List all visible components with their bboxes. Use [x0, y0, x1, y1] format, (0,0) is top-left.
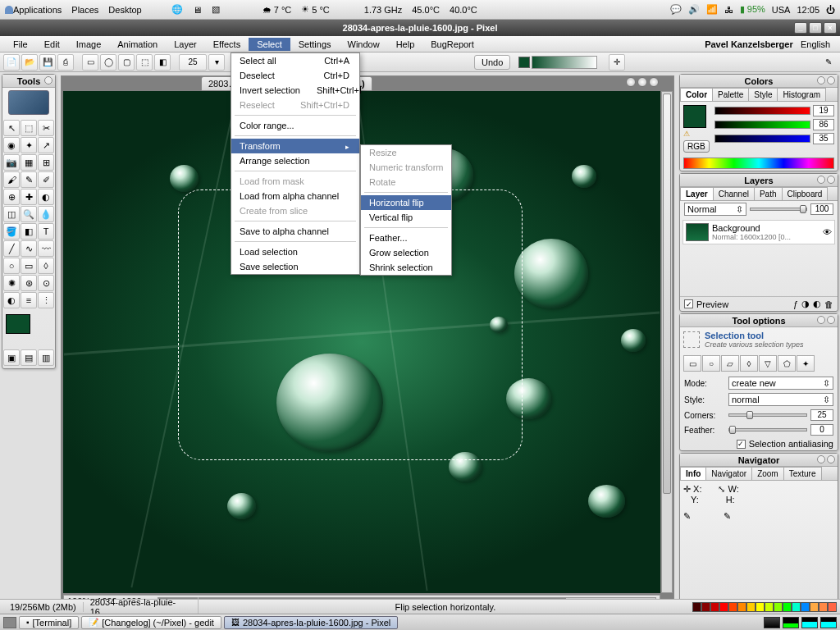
menu-image[interactable]: Image [68, 38, 110, 51]
shape-icon[interactable]: ▭ [82, 54, 98, 71]
menu-item[interactable]: Arrange selection [231, 153, 359, 168]
g-slider[interactable] [714, 121, 810, 129]
tool-icon[interactable]: ◊ [38, 258, 54, 274]
vertical-scrollbar[interactable] [661, 91, 673, 593]
tool-icon[interactable]: ⊞ [38, 154, 54, 171]
sel-mode-icon[interactable]: ◊ [740, 355, 758, 372]
menu-edit[interactable]: Edit [36, 38, 68, 51]
zoom-tool-icon[interactable]: 🔍 [21, 206, 37, 222]
layer-action-icon[interactable]: ◑ [801, 299, 810, 309]
r-value[interactable]: 19 [813, 105, 834, 116]
tray-icon[interactable]: 🖥 [193, 5, 202, 15]
curve-tool-icon[interactable]: ∿ [21, 240, 37, 257]
r-slider[interactable] [714, 107, 810, 115]
layer-action-icon[interactable]: ƒ [793, 299, 798, 309]
menu-item[interactable]: Transform [231, 139, 359, 153]
tab-palette[interactable]: Palette [712, 88, 749, 101]
clone-tool-icon[interactable]: ⊕ [3, 189, 20, 205]
tray-graph-icon[interactable] [820, 617, 837, 628]
spectrum-bar[interactable] [683, 158, 834, 169]
antialiasing-checkbox[interactable]: ✓ [737, 440, 746, 449]
menu-settings[interactable]: Settings [290, 38, 340, 51]
size-input[interactable] [179, 54, 207, 71]
text-tool-icon[interactable]: T [38, 223, 54, 240]
tray-icon[interactable]: ▧ [212, 4, 220, 15]
tool-icon[interactable]: 📷 [3, 154, 20, 171]
panel-dot-icon[interactable] [44, 76, 52, 84]
places-menu[interactable]: Places [71, 5, 98, 15]
panel-dot-icon[interactable] [827, 76, 835, 84]
logout-icon[interactable]: ⏻ [826, 5, 835, 15]
panel-dot-icon[interactable] [817, 316, 825, 324]
sel-mode-icon[interactable]: ▽ [759, 355, 777, 372]
tray-icon[interactable]: 🌐 [171, 4, 183, 15]
desktop-menu[interactable]: Desktop [108, 5, 141, 15]
menu-item[interactable]: Feather... [361, 231, 451, 245]
applications-menu[interactable]: Applications [13, 5, 62, 15]
tab-zoom[interactable]: Zoom [751, 467, 784, 480]
tool-icon[interactable]: ⊛ [21, 275, 37, 291]
g-value[interactable]: 86 [813, 119, 834, 130]
select-tool-icon[interactable]: ⬚ [21, 120, 37, 136]
color-swatch[interactable] [683, 105, 706, 128]
tab-path[interactable]: Path [754, 187, 783, 200]
menu-item[interactable]: DeselectCtrl+D [231, 68, 359, 83]
color-chip[interactable] [518, 57, 530, 68]
signal-icon[interactable]: 📶 [706, 4, 718, 15]
new-icon[interactable]: 📄 [3, 54, 20, 71]
picker-tool-icon[interactable]: ↗ [38, 137, 54, 153]
tool-icon[interactable]: ◐ [38, 189, 54, 205]
foreground-swatch[interactable] [6, 314, 30, 334]
task-pixel[interactable]: 🖼 28034-apres-la-pluie-1600.jpg - Pixel [224, 616, 398, 629]
keyboard-layout[interactable]: USA [772, 5, 791, 15]
minimize-button[interactable]: _ [794, 22, 807, 34]
menu-select[interactable]: Select [249, 38, 290, 51]
tool-icon[interactable]: ◐ [3, 292, 20, 308]
dropdown-icon[interactable]: ▾ [208, 54, 225, 71]
shape-icon[interactable]: ◯ [100, 54, 116, 71]
sel-mode-icon[interactable]: ▭ [683, 355, 701, 372]
menu-item[interactable]: Horizontal flip [361, 195, 451, 210]
maximize-button[interactable]: □ [809, 22, 822, 34]
panel-dot-icon[interactable] [827, 455, 835, 463]
shape-icon[interactable]: ⬚ [136, 54, 153, 71]
gnome-foot-icon[interactable] [5, 6, 13, 14]
shape-icon[interactable]: ▢ [118, 54, 135, 71]
sel-mode-icon[interactable]: ○ [702, 355, 720, 372]
task-gedit[interactable]: 📝 [Changelog] (~/Pixel) - gedit [81, 616, 221, 629]
menu-item[interactable]: Save selection [231, 259, 359, 274]
tab-style[interactable]: Style [748, 88, 778, 101]
corners-value[interactable]: 25 [810, 409, 833, 421]
crop-tool-icon[interactable]: ✂ [38, 120, 54, 136]
menu-help[interactable]: Help [388, 38, 423, 51]
crosshair-icon[interactable]: ✛ [609, 54, 625, 71]
visibility-icon[interactable]: 👁 [823, 227, 832, 237]
tray-graph-icon[interactable] [801, 617, 818, 628]
menu-file[interactable]: File [5, 38, 36, 51]
undo-button[interactable]: Undo [474, 55, 510, 70]
panel-dot-icon[interactable] [827, 176, 835, 184]
rect-tool-icon[interactable]: ▭ [21, 258, 37, 274]
doc-close-icon[interactable] [649, 77, 659, 87]
lasso-tool-icon[interactable]: ◉ [3, 137, 20, 153]
bucket-tool-icon[interactable]: 🪣 [3, 223, 20, 240]
menu-item[interactable]: Save to alpha channel [231, 224, 359, 239]
menu-layer[interactable]: Layer [166, 38, 205, 51]
tray-graph-icon[interactable] [783, 617, 799, 628]
menu-item[interactable]: Shrink selection [361, 260, 451, 275]
network-icon[interactable]: 🖧 [724, 5, 733, 15]
tab-clipboard[interactable]: Clipboard [782, 187, 829, 200]
opacity-value[interactable]: 100 [810, 203, 833, 215]
wand-icon[interactable]: ✎ [820, 54, 837, 71]
menu-item[interactable]: Invert selectionShift+Ctrl+I [231, 83, 359, 98]
layer-action-icon[interactable]: ◐ [813, 299, 821, 309]
feather-value[interactable]: 0 [810, 424, 833, 436]
line-tool-icon[interactable]: ╱ [3, 240, 20, 257]
tool-icon[interactable]: 〰 [38, 240, 54, 257]
panel-dot-icon[interactable] [817, 76, 825, 84]
gradient-preview[interactable] [532, 56, 597, 69]
menu-window[interactable]: Window [340, 38, 388, 51]
tool-icon[interactable]: ⋮ [38, 292, 54, 308]
opacity-slider[interactable] [750, 208, 807, 211]
open-icon[interactable]: 📂 [21, 54, 38, 71]
